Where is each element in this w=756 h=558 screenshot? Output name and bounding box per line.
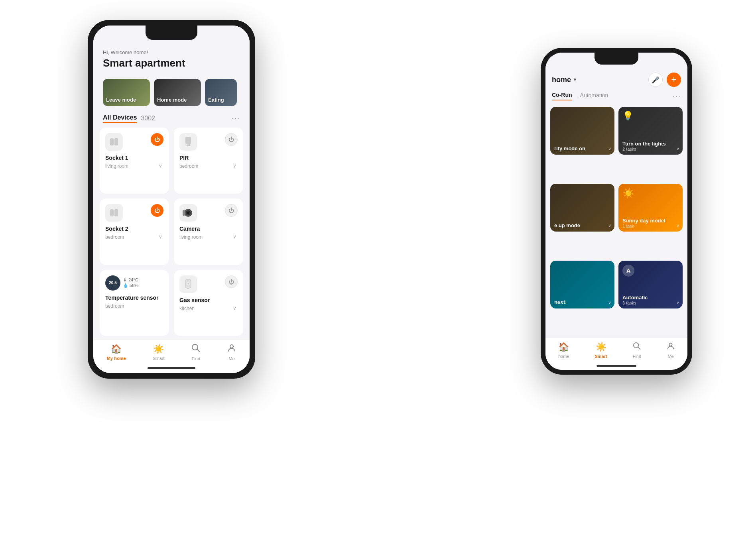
socket2-name: Socket 2 <box>105 226 163 232</box>
phone2-shell: home ▼ 🎤 + Co-Run Automation ··· <box>541 48 692 375</box>
scene-security[interactable]: rity mode on ∨ <box>550 107 614 155</box>
nav-smart[interactable]: ☀️ Smart <box>153 344 164 361</box>
scene-automatic-chevron: ∨ <box>676 300 679 305</box>
tabs-more-button[interactable]: ··· <box>673 92 681 100</box>
welcome-text: Hi, Welcome home! <box>103 49 240 55</box>
sun-icon: ☀️ <box>622 188 634 199</box>
svg-rect-5 <box>110 209 114 216</box>
p2-nav-find[interactable]: Find <box>633 342 641 359</box>
camera-room: living room <box>179 234 203 240</box>
svg-rect-10 <box>183 210 185 216</box>
p2-dropdown-icon[interactable]: ▼ <box>573 77 577 83</box>
devices-header: All Devices 3002 ··· <box>93 112 250 128</box>
socket1-chevron[interactable]: ∨ <box>157 163 163 169</box>
temp-value-badge: 20.5 <box>105 275 120 291</box>
leave-mode-label: Leave mode <box>106 97 136 103</box>
socket2-chevron[interactable]: ∨ <box>157 234 163 240</box>
scene-sunny-chevron: ∨ <box>676 223 679 228</box>
scene: Hi, Welcome home! Smart apartment Leave … <box>0 0 756 558</box>
device-gas[interactable]: ⏻ Gas sensor kitchen ∨ <box>174 270 243 336</box>
find-nav-icon <box>191 344 200 355</box>
pir-power-btn[interactable]: ⏻ <box>225 133 238 146</box>
nav-myhome-label: My home <box>107 356 126 361</box>
svg-point-17 <box>230 345 233 348</box>
nav-me-label: Me <box>228 356 234 361</box>
humid-reading: 💧 58% <box>123 283 138 288</box>
svg-point-20 <box>669 343 672 346</box>
socket1-power-btn[interactable]: ⏻ <box>151 133 163 146</box>
scene-sunny[interactable]: ☀️ Sunny day model 1 task ∨ <box>618 184 683 232</box>
gas-room: kitchen <box>179 306 195 311</box>
device-grid: ⏻ Socket 1 living room ∨ <box>93 128 250 336</box>
pir-chevron[interactable]: ∨ <box>231 163 238 169</box>
svg-line-16 <box>197 349 199 352</box>
p2-nav-smart[interactable]: ☀️ Smart <box>595 342 607 359</box>
p2-nav-smart-label: Smart <box>595 354 607 359</box>
scene-sunny-tasks: 1 task <box>622 224 679 228</box>
scene-automatic-tasks: 3 tasks <box>622 301 679 305</box>
eating-mode-card[interactable]: Eating <box>205 79 237 106</box>
temp-name: Temperature sensor <box>105 295 163 301</box>
scene-wakeup[interactable]: e up mode ∨ <box>550 184 614 232</box>
device-temp[interactable]: 20.5 🌡 24°C 💧 58% Temperature sensor bed… <box>100 270 169 336</box>
socket2-power-btn[interactable]: ⏻ <box>151 204 163 217</box>
svg-line-19 <box>638 347 640 349</box>
scene-lights[interactable]: 💡 Turn on the lights 2 tasks ∨ <box>618 107 683 155</box>
device-pir[interactable]: ⏻ PIR bedroom ∨ <box>174 128 243 194</box>
scene-wakeup-name: e up mode <box>554 222 610 228</box>
camera-chevron[interactable]: ∨ <box>231 234 238 240</box>
scene-scenes1-name: nes1 <box>554 299 610 305</box>
scene-security-name: rity mode on <box>554 145 610 151</box>
device-socket2[interactable]: ⏻ Socket 2 bedroom ∨ <box>100 198 169 265</box>
add-button[interactable]: + <box>667 73 681 87</box>
devices-more-button[interactable]: ··· <box>232 114 240 123</box>
p2-nav-me-label: Me <box>667 354 673 359</box>
gas-power-btn[interactable]: ⏻ <box>225 275 238 288</box>
gas-icon <box>179 275 197 293</box>
phone2-screen: home ▼ 🎤 + Co-Run Automation ··· <box>545 53 687 370</box>
p2-nav-home[interactable]: 🏠 home <box>558 342 569 359</box>
pir-name: PIR <box>179 155 238 161</box>
socket2-room: bedroom <box>105 234 124 240</box>
phone2-notch <box>595 53 638 65</box>
mode-cards-row: Leave mode Home mode Eating <box>93 76 250 112</box>
scene-sunny-name: Sunny day model <box>622 218 679 224</box>
app-title: Smart apartment <box>103 57 240 69</box>
scene-wakeup-chevron: ∨ <box>608 223 611 228</box>
tab-automation[interactable]: Automation <box>580 92 608 100</box>
p2-me-nav-icon <box>667 342 675 352</box>
p2-find-nav-icon <box>633 342 641 352</box>
scene-security-chevron: ∨ <box>608 146 611 151</box>
svg-rect-14 <box>187 288 189 289</box>
phone1-home-indicator <box>148 367 195 369</box>
mic-button[interactable]: 🎤 <box>648 73 663 87</box>
scene-scenes1[interactable]: nes1 ∨ <box>550 261 614 308</box>
socket2-icon <box>105 204 123 222</box>
scene-automatic[interactable]: A Automatic 3 tasks ∨ <box>618 261 683 308</box>
p2-smart-nav-icon: ☀️ <box>596 342 606 352</box>
svg-point-13 <box>187 283 189 285</box>
nav-find[interactable]: Find <box>191 344 200 361</box>
nav-me[interactable]: Me <box>227 344 236 361</box>
gas-chevron[interactable]: ∨ <box>231 305 238 311</box>
temp-reading: 🌡 24°C <box>123 277 138 282</box>
p2-nav-me[interactable]: Me <box>667 342 675 359</box>
phone1-shell: Hi, Welcome home! Smart apartment Leave … <box>88 20 255 379</box>
device-camera[interactable]: ⏻ Camera living room ∨ <box>174 198 243 265</box>
socket1-room: living room <box>105 163 128 169</box>
leave-mode-card[interactable]: Leave mode <box>103 79 150 106</box>
all-devices-label: All Devices <box>103 114 137 123</box>
phone1-content: Hi, Welcome home! Smart apartment Leave … <box>93 26 250 373</box>
home-mode-card[interactable]: Home mode <box>154 79 201 106</box>
nav-myhome[interactable]: 🏠 My home <box>107 344 126 361</box>
device-socket1[interactable]: ⏻ Socket 1 living room ∨ <box>100 128 169 194</box>
devices-count: 3002 <box>141 115 155 122</box>
p2-home-label: home <box>552 76 571 84</box>
camera-icon <box>179 204 197 222</box>
nav-find-label: Find <box>192 356 200 361</box>
camera-name: Camera <box>179 226 238 232</box>
phone2-home-indicator <box>597 365 636 367</box>
tab-corun[interactable]: Co-Run <box>552 92 572 100</box>
camera-power-btn[interactable]: ⏻ <box>225 204 238 217</box>
phone2-content: home ▼ 🎤 + Co-Run Automation ··· <box>545 53 687 370</box>
